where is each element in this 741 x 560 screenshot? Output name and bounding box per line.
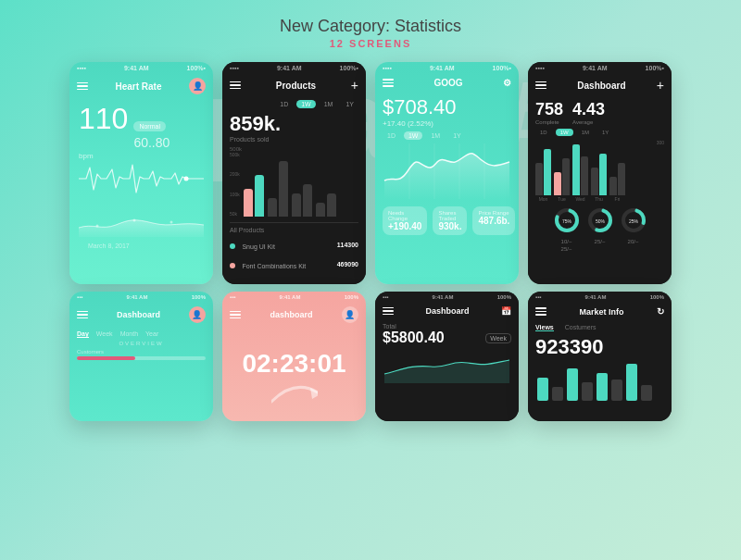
donut-3: 25% 20/~ [621,207,647,252]
filter3-1y[interactable]: 1Y [448,131,466,140]
tab-month[interactable]: Month [120,330,138,338]
filter3-1d[interactable]: 1D [383,131,400,140]
menu-icon-8[interactable] [535,307,546,316]
bar-group-3 [292,184,312,217]
filter4-1y[interactable]: 1Y [597,129,613,136]
menu-icon-5[interactable] [77,311,88,319]
svg-rect-21 [582,382,593,401]
stock-chart-svg [383,143,511,199]
product-dot-1 [230,243,235,249]
dash-stat-val-2: 4.43 [572,100,605,119]
stat-val-1: +190.40 [388,221,421,231]
svg-rect-19 [552,387,563,401]
signal-4: ▪▪▪▪ [535,65,545,71]
bar-group-4 [316,193,336,217]
heart-rate-body: 110 Normal 60..80 bpm [69,98,213,284]
tab-week[interactable]: Week [96,330,113,338]
phone-heart-rate: ▪▪▪▪ 9:41 AM 100%▪ Heart Rate 👤 110 Norm… [69,62,213,284]
bar-day-mon: Mon [535,149,551,202]
filter-1m[interactable]: 1M [320,100,338,108]
status-bar-2: ▪▪▪▪ 9:41 AM 100%▪ [222,62,366,74]
normal-badge: Normal [133,121,166,131]
bar-group-2 [268,161,288,217]
menu-icon-6[interactable] [230,311,241,319]
phone8-body: Views Costumers 923390 [528,320,672,421]
pink-big-number: 02:23:01 [242,349,345,379]
customers-bar [77,356,206,360]
filter3-1w[interactable]: 1W [404,131,423,140]
refresh-icon-8[interactable]: ↻ [657,306,664,317]
svg-point-1 [96,225,99,228]
bpm-value: 110 [79,104,128,133]
day-wed: Wed [575,196,584,202]
tab-views[interactable]: Views [535,324,554,331]
phone7-title: Dashboard [425,306,469,316]
svg-point-2 [133,219,136,222]
menu-icon-3[interactable] [383,79,394,87]
phone5-body: Day Week Month Year OVERVIEW Customers [69,327,213,421]
filter-1y[interactable]: 1Y [341,100,358,108]
dash-stat-complete: 758 Complete [535,100,563,125]
product-val-2: 469090 [337,261,358,268]
phone-header-3: GOOG ⚙ [375,74,519,92]
filter4-1w[interactable]: 1W [556,129,573,136]
filter-1d[interactable]: 1D [275,100,293,108]
menu-icon-2[interactable] [230,81,241,90]
phone4-title: Dashboard [577,81,625,91]
day-fri: Fri [615,196,621,202]
week-select-7[interactable]: Week [485,333,511,343]
product-name-1: Snug UI Kit [242,243,274,250]
total-label-7: Total [383,323,511,330]
customers-label: Customers [77,349,206,355]
time-1: 9:41 AM [124,65,149,71]
products-list-title: All Products [230,227,358,233]
filter3-1m[interactable]: 1M [426,131,445,140]
tab-year[interactable]: Year [145,330,158,338]
battery-8: 100% [650,294,664,300]
time-filter-4: 1D 1W 1M 1Y [535,129,664,136]
time-filter-3: 1D 1W 1M 1Y [383,131,511,140]
menu-icon-4[interactable] [535,81,546,90]
arrow-graphic [271,379,318,406]
status-bar-8: ▪▪▪ 9:41 AM 100% [528,292,672,303]
page-header: New Category: Statistics 12 SCREENS [0,0,741,55]
screens-grid: ▪▪▪▪ 9:41 AM 100%▪ Heart Rate 👤 110 Norm… [0,55,741,429]
donut-1: 75% 10/~ 25/~ [554,207,580,252]
battery-2: 100%▪ [340,65,358,71]
filter4-1d[interactable]: 1D [535,129,552,136]
products-bar-chart: 500k 200k 100k 50k [230,154,358,218]
tab-customers[interactable]: Costumers [565,324,597,331]
plus-button-2[interactable]: + [351,78,358,93]
bar-day-wed: Wed [572,144,588,202]
tab-day[interactable]: Day [77,330,89,338]
phone5-title: Dashboard [117,310,160,319]
plus-button-4[interactable]: + [657,78,664,93]
filter-1w[interactable]: 1W [296,100,316,108]
donut-2: 50% 25/~ [587,207,613,252]
total-row-7: $5800.40 Week [383,330,511,346]
products-big-label: Products sold [230,136,358,143]
time-2: 9:41 AM [277,65,302,71]
gear-icon-3[interactable]: ⚙ [503,78,511,88]
product-name-2: Font Combinations Kit [242,263,306,269]
calendar-icon-7[interactable]: 📅 [501,306,511,316]
status-bar-3: ▪▪▪▪ 9:41 AM 100%▪ [375,62,519,74]
stat-val-3: 487.6b. [478,216,509,226]
battery-3: 100%▪ [493,65,511,71]
total-chart-7 [383,346,511,383]
top-row: ▪▪▪▪ 9:41 AM 100%▪ Heart Rate 👤 110 Norm… [19,62,722,284]
market-tabs-8: Views Costumers [535,324,664,331]
svg-rect-23 [611,380,622,401]
phone3-title: GOOG [433,78,462,88]
status-bar-6: ▪▪▪ 9:41 AM 100% [222,292,366,303]
phone-products: ▪▪▪▪ 9:41 AM 100%▪ Products + 1D 1W 1M 1… [222,62,366,284]
battery-5: 100% [192,294,206,300]
signal-1: ▪▪▪▪ [77,65,86,71]
menu-icon-7[interactable] [383,307,394,316]
menu-icon-1[interactable] [77,82,88,91]
svg-rect-18 [537,378,548,401]
product-item-1: Snug UI Kit 114300 [230,236,358,253]
filter4-1m[interactable]: 1M [577,129,594,136]
page-title: New Category: Statistics [0,17,741,36]
battery-4: 100%▪ [646,65,664,71]
